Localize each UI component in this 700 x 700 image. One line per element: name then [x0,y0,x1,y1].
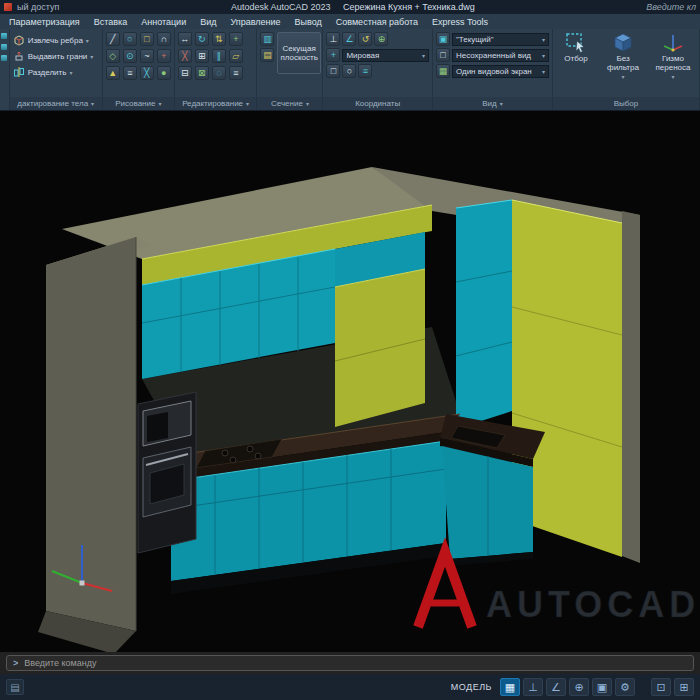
snap-toggle-icon[interactable]: ⊥ [523,678,543,696]
solid-tool-icon[interactable]: ▲ [106,66,120,80]
polygon-tool-icon[interactable]: ◇ [106,49,120,63]
stretch-tool-icon[interactable]: ▱ [229,49,243,63]
tab-express-tools[interactable]: Express Tools [425,14,495,29]
panel-label-coordinates[interactable]: Координаты [323,97,432,110]
mini-tool-icon[interactable] [1,33,7,39]
mini-tool-icon[interactable] [1,44,7,50]
panel-label-solid-editing[interactable]: дактирование тела ▾ [10,97,102,110]
quick-access-label[interactable]: ый доступ [17,2,59,12]
circle-tool-icon[interactable]: ○ [123,32,137,46]
split-button[interactable]: Разделить ▾ [13,64,99,80]
3d-viewport-canvas[interactable]: AUTOCAD [0,111,700,652]
panel-selection: Отбор Без фильтра ▾ [553,29,700,110]
donut-tool-icon[interactable]: ⊙ [123,49,137,63]
polar-toggle-icon[interactable]: ∠ [546,678,566,696]
app-title: Autodesk AutoCAD 2023 [231,2,331,12]
section-plane-icon[interactable]: ▥ [260,32,274,46]
mini-tool-icon[interactable] [1,55,7,61]
section-plane-button[interactable]: Секущая плоскость [277,32,320,74]
ucs-angle-icon[interactable]: ∠ [342,32,356,46]
select-button[interactable]: Отбор [556,32,596,97]
visual-style-value: "Текущий" [456,35,494,44]
live-section-icon[interactable]: ▤ [260,48,274,62]
world-ucs-icon[interactable]: + [326,48,340,62]
tab-output[interactable]: Вывод [288,14,329,29]
panel-label-view[interactable]: Вид ▾ [433,97,552,110]
line-tool-icon[interactable]: ╱ [106,32,120,46]
erase-tool-icon[interactable]: ⊟ [178,66,192,80]
ucs-dropdown-value: Мировая [346,51,379,60]
model-viewport[interactable]: AUTOCAD [0,111,700,652]
extract-edges-button[interactable]: Извлечь ребра ▾ [13,32,99,48]
autocad-window: ый доступ Autodesk AutoCAD 2023 Сережина… [0,0,700,700]
tab-parametrize[interactable]: Параметризация [2,14,87,29]
no-filter-cube-icon [612,32,634,54]
rotate-tool-icon[interactable]: ↻ [195,32,209,46]
ucs-dropdown[interactable]: Мировая ▾ [342,49,429,62]
ucs-origin-icon[interactable]: ⊕ [374,32,388,46]
panel-label-section[interactable]: Сечение ▾ [257,97,322,110]
tab-view[interactable]: Вид [193,14,223,29]
dropdown-arrow-icon: ▾ [542,36,545,43]
array-tool-icon[interactable]: + [229,32,243,46]
dropdown-arrow-icon: ▾ [422,52,425,59]
visual-style-icon[interactable]: ▣ [436,32,450,46]
ucs-x-icon[interactable]: □ [326,64,340,78]
mirror-tool-icon[interactable]: ⇅ [212,32,226,46]
arc-tool-icon[interactable]: ∩ [157,32,171,46]
ucs-tool-icon[interactable]: ⊥ [326,32,340,46]
grid-toggle-icon[interactable]: ▦ [500,678,520,696]
panel-label-text: Сечение [271,99,303,108]
isolate-objects-icon[interactable]: ⊡ [651,678,671,696]
tab-insert[interactable]: Вставка [87,14,134,29]
offset-tool-icon[interactable]: ∥ [212,49,226,63]
tab-manage[interactable]: Управление [223,14,287,29]
ucs-y-icon[interactable]: ○ [342,64,356,78]
panel-label-text: Координаты [355,99,400,108]
model-label[interactable]: МОДЕЛЬ [451,682,492,692]
tab-annotate[interactable]: Аннотации [134,14,193,29]
filter-button[interactable]: Без фильтра ▾ [600,32,646,97]
ucs-previous-icon[interactable]: ↺ [358,32,372,46]
point-tool-icon[interactable]: + [157,49,171,63]
command-prompt-icon: > [13,658,18,668]
settings-gear-icon[interactable]: ⚙ [615,678,635,696]
panel-label-modify[interactable]: Редактирование ▾ [175,97,257,110]
named-view-icon[interactable]: □ [436,48,450,62]
search-field[interactable]: Введите кл [646,2,696,12]
visual-style-dropdown[interactable]: "Текущий" ▾ [452,33,549,46]
xline-tool-icon[interactable]: ╳ [140,66,154,80]
region-tool-icon[interactable]: ● [157,66,171,80]
viewport-config-dropdown[interactable]: Один видовой экран ▾ [452,65,549,78]
panel-label-text: дактирование тела [17,99,88,108]
gizmo-label: Гизмо переноса [650,55,696,73]
split-icon [13,66,25,78]
viewport-config-icon[interactable]: ▦ [436,64,450,78]
scale-tool-icon[interactable]: ⊞ [195,49,209,63]
join-tool-icon[interactable]: ≡ [229,66,243,80]
ucs-z-icon[interactable]: ≡ [358,64,372,78]
osnap-toggle-icon[interactable]: ⊕ [569,678,589,696]
panel-label-text: Редактирование [182,99,243,108]
command-input[interactable]: > Введите команду [6,655,694,671]
share-icon[interactable] [4,3,12,11]
dynamic-ucs-icon[interactable]: ▣ [592,678,612,696]
fillet-tool-icon[interactable]: ◌ [212,66,226,80]
extrude-faces-button[interactable]: Выдавить грани ▾ [13,48,99,64]
gizmo-button[interactable]: Гизмо переноса ▾ [650,32,696,97]
ribbon-tab-bar: Параметризация Вставка Аннотации Вид Упр… [0,14,700,29]
named-view-dropdown[interactable]: Несохраненный вид ▾ [452,49,549,62]
trim-tool-icon[interactable]: ╳ [178,49,192,63]
clean-screen-icon[interactable]: ⊞ [674,678,694,696]
explode-tool-icon[interactable]: ⊠ [195,66,209,80]
panel-label-selection[interactable]: Выбор [553,97,699,110]
rectangle-tool-icon[interactable]: □ [140,32,154,46]
spline-tool-icon[interactable]: ~ [140,49,154,63]
appliance-tower [138,392,196,553]
hatch-tool-icon[interactable]: ≡ [123,66,137,80]
tab-collaborate[interactable]: Совместная работа [329,14,425,29]
model-space-icon[interactable]: ▤ [6,679,24,695]
move-tool-icon[interactable]: ↔ [178,32,192,46]
panel-label-draw[interactable]: Рисование ▾ [103,97,174,110]
left-wall-slab [38,237,152,652]
